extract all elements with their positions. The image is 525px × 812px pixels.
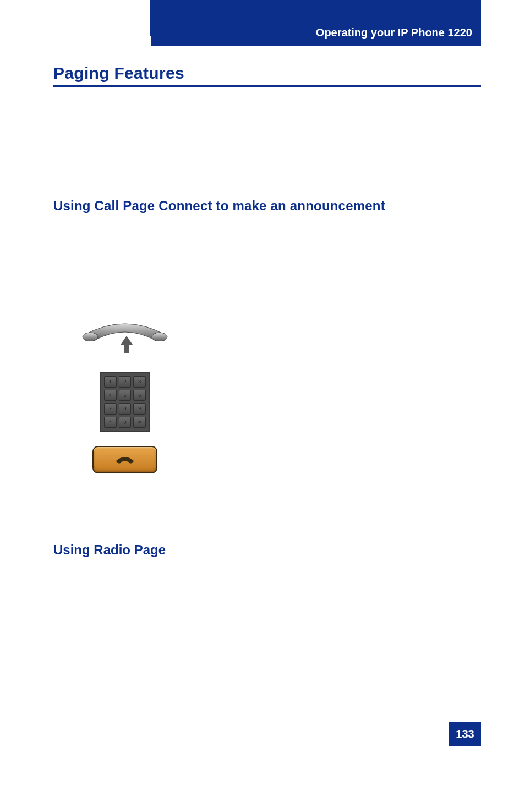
- step-4-text: 4. Press the Goodbye key.: [196, 452, 481, 468]
- step-4-icon-cell: [53, 446, 196, 473]
- section-heading: Paging Features: [53, 64, 184, 83]
- bullet-item: "Using Voice Call" on page 135: [53, 174, 481, 193]
- keypad-key: #: [133, 417, 146, 428]
- keypad-key: 8: [119, 403, 132, 415]
- page-number: 133: [449, 722, 481, 746]
- keypad-key: 3: [133, 376, 146, 388]
- arrow-up-icon: [121, 336, 133, 345]
- step-text: Lift the handset.: [209, 333, 287, 345]
- step-num: 3.: [196, 416, 206, 428]
- step-num: 2.: [196, 376, 206, 388]
- goodbye-glyph: [114, 453, 136, 466]
- step-2-icon-cell: 1 2 3 4 5 6 7 8 9 * 0 #: [53, 372, 196, 432]
- step-4: 4. Press the Goodbye key.: [53, 446, 481, 473]
- step-text: Make your announcement.: [209, 416, 339, 428]
- radio-page-paragraph-1: Use the Radio Page feature to page a use…: [53, 566, 481, 615]
- step-2-text: 2. Dial the Page Trunk Access Code to co…: [196, 374, 481, 430]
- step-text: Dial the Page Trunk Access Code to compl…: [196, 376, 451, 404]
- keypad-key: 4: [104, 390, 117, 401]
- header-title: Operating your IP Phone 1220: [316, 26, 472, 39]
- goodbye-key-icon: [92, 446, 157, 473]
- keypad-key: 7: [104, 403, 117, 415]
- svg-point-1: [152, 333, 167, 341]
- keypad-key: 9: [133, 403, 146, 415]
- handset-lift-icon: [78, 319, 172, 358]
- intro-paragraph: The IP Phone 1220 supports the following…: [53, 100, 481, 117]
- note-block: Note: A Page key on an attendant console…: [53, 261, 481, 294]
- keypad-key: *: [104, 417, 117, 428]
- radio-page-paragraph-2: Use the following procedure to use Autom…: [53, 635, 481, 652]
- note-body: A Page key on an attendant console overr…: [53, 263, 464, 292]
- keypad-key: 2: [119, 376, 132, 388]
- keypad-key: 5: [119, 390, 132, 401]
- subsection-heading-radio-page: Using Radio Page: [53, 542, 166, 558]
- bullet-item: "Using Radio Page" on page 133: [53, 155, 481, 174]
- keypad-key: 0: [119, 417, 132, 428]
- arrow-stem: [124, 345, 129, 353]
- step-1-text: 1. Lift the handset.: [196, 331, 481, 347]
- step-num: 1.: [196, 333, 206, 345]
- keypad-key: 6: [133, 390, 146, 401]
- step-1-icon-cell: [53, 319, 196, 358]
- heading-underline: [53, 85, 481, 87]
- procedure-heading: Using Call Page:: [53, 302, 140, 314]
- page: Operating your IP Phone 1220 Paging Feat…: [0, 0, 525, 812]
- keypad-key: 1: [104, 376, 117, 388]
- call-page-paragraph: Use the Call Page Connect feature to mak…: [53, 221, 481, 238]
- steps-table: 1. Lift the handset. 1 2 3 4 5 6 7 8 9 *…: [53, 319, 481, 488]
- header-bar: Operating your IP Phone 1220: [151, 0, 481, 46]
- bullet-item: "Using Call Page Connect to make an anno…: [53, 137, 481, 155]
- step-text: Press the Goodbye key.: [209, 454, 325, 466]
- step-2: 1 2 3 4 5 6 7 8 9 * 0 # 2. Dial the Page…: [53, 372, 481, 432]
- svg-point-0: [83, 333, 98, 341]
- step-num: 4.: [196, 454, 206, 466]
- feature-bullets: "Using Call Page Connect to make an anno…: [53, 137, 481, 193]
- subsection-heading-call-page: Using Call Page Connect to make an annou…: [53, 198, 385, 214]
- dialpad-icon: 1 2 3 4 5 6 7 8 9 * 0 #: [100, 372, 150, 432]
- step-1: 1. Lift the handset.: [53, 319, 481, 358]
- note-label: Note:: [53, 263, 80, 275]
